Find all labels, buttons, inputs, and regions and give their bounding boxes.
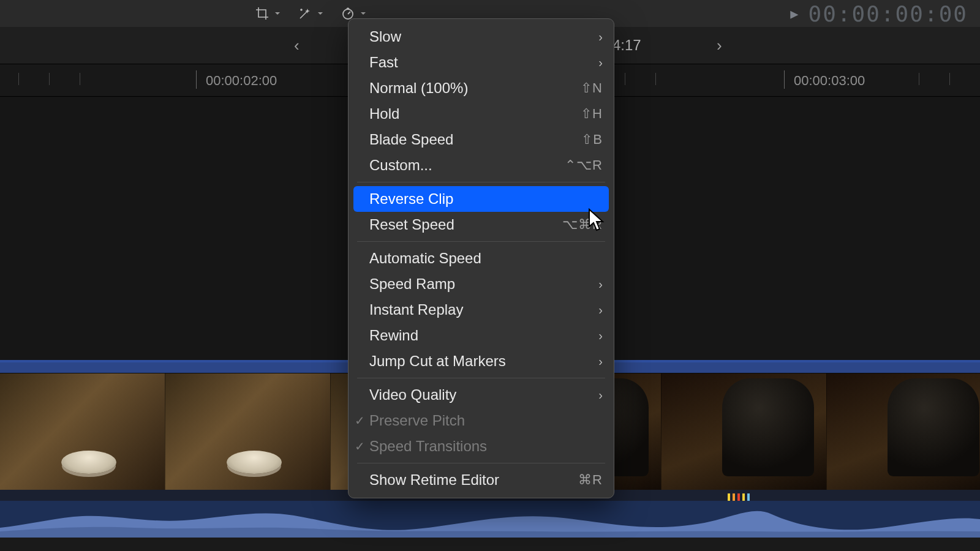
menu-item-normal-100[interactable]: Normal (100%)⇧N	[349, 75, 614, 101]
clip-thumbnail	[165, 373, 331, 490]
menu-item-label: Blade Speed	[369, 131, 581, 148]
menu-separator	[357, 241, 605, 242]
timecode-display: ▶ 00:00:00:00	[790, 1, 968, 26]
chevron-right-icon: ›	[598, 303, 603, 317]
menu-item-fast[interactable]: Fast›	[349, 50, 614, 75]
menu-item-label: Automatic Speed	[369, 250, 603, 267]
chevron-right-icon: ›	[598, 277, 603, 291]
check-icon: ✓	[355, 439, 365, 454]
play-indicator-icon: ▶	[790, 6, 799, 21]
menu-item-label: Show Retime Editor	[369, 471, 578, 489]
menu-item-speed-ramp[interactable]: Speed Ramp›	[349, 271, 614, 297]
menu-item-show-retime-editor[interactable]: Show Retime Editor⌘R	[349, 467, 614, 493]
prev-clip-arrow-icon[interactable]: ‹	[294, 36, 300, 55]
chevron-right-icon: ›	[598, 388, 603, 402]
menu-item-speed-transitions[interactable]: ✓Speed Transitions	[349, 433, 614, 459]
menu-item-automatic-speed[interactable]: Automatic Speed	[349, 246, 614, 271]
menu-item-hold[interactable]: Hold⇧H	[349, 101, 614, 127]
timecode-value: 00:00:00:00	[809, 1, 968, 26]
menu-item-slow[interactable]: Slow›	[349, 24, 614, 50]
menu-item-label: Normal (100%)	[369, 80, 581, 97]
menu-item-shortcut: ⇧N	[581, 80, 603, 96]
menu-item-blade-speed[interactable]: Blade Speed⇧B	[349, 127, 614, 152]
chevron-right-icon: ›	[598, 30, 603, 44]
check-icon: ✓	[355, 413, 365, 428]
menu-item-label: Video Quality	[369, 386, 598, 403]
menu-item-label: Preserve Pitch	[369, 412, 603, 429]
menu-item-label: Instant Replay	[369, 301, 598, 318]
ruler-tick-label: 00:00:03:00	[794, 73, 865, 89]
menu-separator	[357, 182, 605, 182]
menu-separator	[357, 463, 605, 463]
menu-item-label: Slow	[369, 28, 598, 45]
menu-item-video-quality[interactable]: Video Quality›	[349, 382, 614, 408]
menu-item-instant-replay[interactable]: Instant Replay›	[349, 297, 614, 323]
menu-item-shortcut: ⌘R	[578, 472, 603, 488]
audio-waveform[interactable]	[0, 501, 980, 538]
menu-item-reset-speed[interactable]: Reset Speed⌥⌘R	[349, 212, 614, 238]
enhance-tool-caret-icon[interactable]	[316, 9, 325, 18]
menu-item-rewind[interactable]: Rewind›	[349, 323, 614, 348]
clip-thumbnail	[662, 373, 827, 490]
menu-item-preserve-pitch[interactable]: ✓Preserve Pitch	[349, 408, 614, 433]
enhance-tool-icon[interactable]	[296, 5, 314, 22]
menu-item-label: Fast	[369, 54, 598, 71]
crop-tool-caret-icon[interactable]	[273, 9, 282, 18]
menu-item-label: Speed Transitions	[369, 438, 603, 455]
ruler-tick-label: 00:00:02:00	[206, 73, 277, 89]
next-clip-arrow-icon[interactable]: ›	[717, 36, 722, 55]
menu-item-label: Reverse Clip	[369, 190, 603, 208]
chevron-right-icon: ›	[598, 56, 603, 70]
menu-item-shortcut: ⌥⌘R	[562, 217, 603, 233]
clip-thumbnail	[0, 373, 165, 490]
menu-separator	[357, 378, 605, 378]
menu-item-reverse-clip[interactable]: Reverse Clip	[353, 186, 609, 212]
svg-point-0	[301, 9, 302, 10]
clip-nav-label: 4:17	[612, 37, 641, 54]
menu-item-label: Rewind	[369, 327, 598, 344]
menu-item-custom[interactable]: Custom...⌃⌥R	[349, 152, 614, 178]
menu-item-label: Jump Cut at Markers	[369, 353, 598, 370]
retime-menu[interactable]: Slow›Fast›Normal (100%)⇧NHold⇧HBlade Spe…	[348, 18, 614, 498]
menu-item-shortcut: ⇧B	[581, 132, 603, 148]
menu-item-label: Hold	[369, 105, 581, 122]
menu-item-shortcut: ⇧H	[581, 106, 603, 122]
chevron-right-icon: ›	[598, 354, 603, 369]
retime-tool-caret-icon[interactable]	[359, 9, 368, 18]
menu-item-label: Reset Speed	[369, 216, 562, 233]
clip-thumbnail	[827, 373, 980, 490]
menu-item-shortcut: ⌃⌥R	[565, 157, 603, 173]
chevron-right-icon: ›	[598, 329, 603, 343]
crop-tool-icon[interactable]	[254, 5, 271, 22]
menu-item-label: Speed Ramp	[369, 276, 598, 293]
menu-item-jump-cut-at-markers[interactable]: Jump Cut at Markers›	[349, 348, 614, 374]
menu-item-label: Custom...	[369, 157, 565, 174]
